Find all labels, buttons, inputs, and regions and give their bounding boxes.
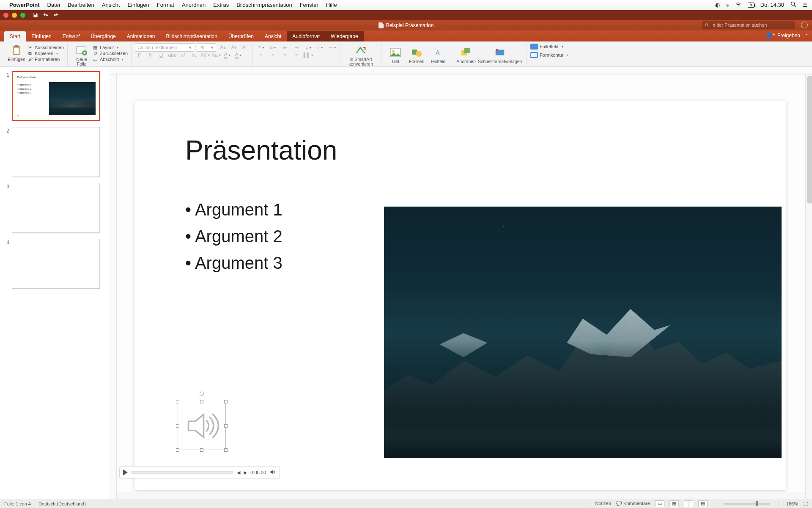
window-minimize-button[interactable]: [12, 13, 17, 18]
horizontal-scrollbar[interactable]: [117, 492, 805, 499]
tab-audioformat[interactable]: Audioformat: [287, 31, 325, 41]
menu-einfuegen[interactable]: Einfügen: [127, 2, 149, 8]
zoom-slider[interactable]: [724, 503, 770, 505]
tab-wiedergabe[interactable]: Wiedergabe: [325, 31, 364, 41]
paste-button[interactable]: Einfügen: [6, 44, 27, 62]
section-button[interactable]: ▭Abschnitt: [92, 56, 128, 62]
audio-skip-back-button[interactable]: ◀: [237, 470, 240, 475]
tab-ansicht[interactable]: Ansicht: [259, 31, 287, 41]
font-name-combo[interactable]: Calibri (Textkörper)▾: [135, 43, 194, 52]
highlight-button[interactable]: A: [223, 51, 231, 59]
notes-button[interactable]: ≐ Notizen: [590, 501, 611, 506]
decrease-font-button[interactable]: A▾: [230, 44, 238, 51]
qa-save-button[interactable]: [31, 11, 40, 19]
search-in-presentation[interactable]: In der Präsentation suchen: [702, 21, 795, 29]
tab-einfuegen[interactable]: Einfügen: [26, 31, 57, 41]
shape-outline-button[interactable]: Formkontur: [530, 52, 568, 58]
zoom-level[interactable]: 166%: [786, 501, 798, 506]
qa-redo-button[interactable]: [52, 11, 60, 19]
slide-thumbnail-4[interactable]: [12, 239, 100, 289]
increase-indent-button[interactable]: ⇥: [292, 44, 301, 51]
resize-handle[interactable]: [224, 424, 228, 428]
slide-thumbnail-1[interactable]: Präsentation • Argument 1• Argument 2• A…: [12, 71, 100, 121]
shape-fill-button[interactable]: Fülleffekt: [530, 44, 568, 50]
bullets-button[interactable]: ≣: [256, 44, 266, 51]
window-maximize-button[interactable]: [20, 13, 25, 18]
align-right-button[interactable]: ≡: [280, 51, 289, 59]
status-spotlight-icon[interactable]: [790, 1, 797, 9]
view-sorter-button[interactable]: ▦: [669, 500, 679, 507]
status-menu-icon[interactable]: ☰: [803, 2, 808, 8]
layout-button[interactable]: ▦Layout: [92, 44, 128, 50]
tab-entwurf[interactable]: Entwurf: [57, 31, 85, 41]
quick-styles-button[interactable]: Schnellformatvorlagen: [477, 44, 523, 66]
zoom-in-button[interactable]: +: [775, 500, 781, 507]
menu-bearbeiten[interactable]: Bearbeiten: [68, 2, 94, 8]
menu-ansicht[interactable]: Ansicht: [102, 2, 120, 8]
tab-animationen[interactable]: Animationen: [121, 31, 161, 41]
status-dropbox-icon[interactable]: ⟐: [726, 2, 729, 8]
resize-handle[interactable]: [224, 448, 228, 452]
status-sync-icon[interactable]: ◐: [715, 2, 720, 8]
strikethrough-button[interactable]: abc: [168, 51, 176, 59]
view-reading-button[interactable]: ▯: [684, 500, 693, 507]
italic-button[interactable]: K: [146, 51, 154, 59]
increase-font-button[interactable]: A▴: [219, 44, 227, 51]
audio-play-button[interactable]: [123, 469, 128, 475]
align-center-button[interactable]: ≡: [268, 51, 277, 59]
menu-datei[interactable]: Datei: [47, 2, 60, 8]
share-button[interactable]: 👤⁺Freigeben: [765, 32, 800, 39]
align-left-button[interactable]: ≡: [256, 51, 266, 59]
slide-title[interactable]: Präsentation: [185, 135, 337, 166]
menu-bildschirmpraesentation[interactable]: Bildschirmpräsentation: [236, 2, 292, 8]
decrease-indent-button[interactable]: ⇤: [280, 44, 289, 51]
status-battery-icon[interactable]: ↯: [748, 3, 754, 8]
resize-handle[interactable]: [200, 400, 203, 403]
status-wifi-icon[interactable]: [735, 1, 742, 9]
columns-button[interactable]: ▌▌: [304, 51, 313, 59]
audio-skip-forward-button[interactable]: ▶: [244, 470, 247, 475]
reset-button[interactable]: ↺Zurücksetzen: [92, 50, 128, 56]
audio-volume-button[interactable]: [269, 469, 276, 477]
collapse-ribbon-button[interactable]: ⌃: [804, 33, 809, 39]
resize-handle[interactable]: [176, 400, 179, 403]
window-close-button[interactable]: [3, 13, 8, 18]
font-color-button[interactable]: A: [234, 51, 242, 59]
justify-button[interactable]: ≡: [292, 51, 301, 59]
tab-ueberpruefen[interactable]: Überprüfen: [223, 31, 259, 41]
underline-button[interactable]: U: [157, 51, 165, 59]
align-text-button[interactable]: ☰: [327, 44, 337, 51]
new-slide-button[interactable]: Neue Folie: [71, 44, 92, 66]
subscript-button[interactable]: x₂: [190, 51, 198, 59]
tab-bildschirmpraesentation[interactable]: Bildschirmpräsentation: [161, 31, 223, 41]
status-language[interactable]: Deutsch (Deutschland): [38, 501, 86, 506]
font-size-combo[interactable]: 28▾: [197, 43, 216, 52]
resize-handle[interactable]: [176, 424, 179, 428]
change-case-button[interactable]: Aa: [212, 51, 220, 59]
vertical-scrollbar[interactable]: [805, 75, 812, 499]
convert-smartart-button[interactable]: In SmartArt konvertieren: [344, 44, 378, 66]
zoom-out-button[interactable]: −: [713, 500, 719, 507]
rotate-handle[interactable]: [200, 392, 204, 396]
menu-extras[interactable]: Extras: [213, 2, 229, 8]
fit-to-window-button[interactable]: ⛶: [803, 501, 808, 506]
resize-handle[interactable]: [176, 448, 179, 452]
comments-button[interactable]: 💬 Kommentare: [616, 501, 650, 506]
slide-bullet-list[interactable]: Argument 1 Argument 2 Argument 3: [185, 200, 283, 280]
slide-canvas[interactable]: Präsentation Argument 1 Argument 2 Argum…: [134, 101, 786, 490]
line-spacing-button[interactable]: ‡: [304, 44, 313, 51]
menu-anordnen[interactable]: Anordnen: [182, 2, 206, 8]
slide-thumbnail-3[interactable]: [12, 183, 100, 233]
slide-image[interactable]: [384, 207, 782, 458]
tab-uebergaenge[interactable]: Übergänge: [85, 31, 121, 41]
qa-undo-button[interactable]: [41, 11, 50, 19]
resize-handle[interactable]: [224, 400, 228, 403]
superscript-button[interactable]: x²: [179, 51, 187, 59]
view-slideshow-button[interactable]: ▤: [698, 500, 708, 507]
account-icon[interactable]: [801, 22, 808, 28]
app-menu[interactable]: PowerPoint: [9, 2, 40, 8]
char-spacing-button[interactable]: AV: [201, 51, 209, 59]
audio-object[interactable]: [178, 402, 226, 450]
tab-start[interactable]: Start: [4, 31, 26, 41]
format-painter-button[interactable]: 🖌Formatieren: [27, 56, 64, 62]
